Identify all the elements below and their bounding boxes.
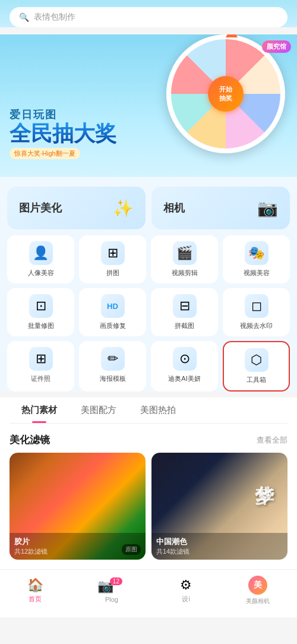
plog-row: 📷 12 — [97, 579, 126, 594]
banner: 爱日玩图 全民抽大奖 惊喜大奖·High翻一夏 开始 抽奖 颜究馆 — [0, 34, 297, 177]
card-remove-watermark[interactable]: ◻ 视频去水印 — [223, 288, 290, 336]
tab-hot-shoot[interactable]: 美图热拍 — [128, 397, 188, 423]
big-card-grid: 图片美化 ✨ 相机 📷 — [7, 187, 290, 229]
card-video-edit[interactable]: 🎬 视频剪辑 — [151, 235, 218, 283]
nav-home-label: 首页 — [29, 595, 42, 604]
card-toolbox[interactable]: ⬡ 工具箱 — [223, 341, 290, 392]
home-icon: 🏠 — [27, 577, 43, 593]
search-bar[interactable]: 🔍 表情包制作 — [10, 7, 287, 27]
search-icon: 🔍 — [19, 12, 29, 22]
video-edit-icon: 🎬 — [173, 241, 197, 265]
small-grid-row1: 👤 人像美容 ⊞ 拼图 🎬 视频剪辑 🎭 视频美容 — [7, 235, 290, 283]
tab-hot-shoot-label: 美图热拍 — [140, 405, 176, 415]
poster-template-label: 海报模板 — [100, 374, 126, 383]
tabs-row: 热门素材 美图配方 美图热拍 — [10, 397, 287, 424]
big-card-camera-label: 相机 — [163, 201, 185, 215]
big-card-camera[interactable]: 相机 📷 — [151, 187, 290, 229]
settings-icon: ⚙ — [180, 577, 192, 593]
screenshot-collage-label: 拼截图 — [175, 321, 194, 330]
hd-repair-icon: HD — [101, 294, 125, 318]
main-content: 图片美化 ✨ 相机 📷 👤 人像美容 ⊞ 拼图 🎬 视频剪辑 🎭 视频美容 ⊡ — [0, 177, 297, 392]
spin-wheel-container[interactable]: 开始 抽奖 — [166, 34, 297, 165]
banner-top-text: 爱日玩图 — [10, 108, 116, 122]
filter-card-leaves[interactable]: 原图 胶片 共12款滤镜 — [10, 453, 146, 560]
filter-grid: 原图 胶片 共12款滤镜 梦华 中国潮色 共14款滤镜 — [0, 453, 297, 569]
filters-section-title: 美化滤镜 — [10, 433, 50, 447]
nav-plog[interactable]: 📷 12 Plog — [97, 579, 126, 603]
id-photo-icon: ⊞ — [29, 347, 53, 371]
remove-watermark-icon: ◻ — [245, 294, 268, 318]
filter-count-portrait: 共14款滤镜 — [156, 547, 283, 556]
card-collage[interactable]: ⊞ 拼图 — [79, 235, 146, 283]
portrait-beauty-icon: 👤 — [29, 241, 53, 265]
poster-template-icon: ✏ — [101, 347, 125, 371]
beautify-icon: ✨ — [113, 198, 134, 218]
hd-repair-label: 画质修复 — [100, 321, 126, 330]
search-placeholder: 表情包制作 — [34, 12, 75, 23]
toolbox-icon: ⬡ — [245, 348, 268, 372]
filter-tag-portrait: 中国潮色 共14款滤镜 — [151, 533, 287, 560]
logo-circle: 美 — [248, 576, 267, 595]
nav-settings[interactable]: ⚙ 设i — [180, 577, 192, 604]
app-logo[interactable]: 美 美颜相机 — [246, 576, 270, 605]
tab-hot-material[interactable]: 热门素材 — [10, 397, 69, 423]
camera-icon: 📷 — [257, 198, 278, 218]
video-edit-label: 视频剪辑 — [172, 269, 198, 277]
filter-tag-leaves: 胶片 共12款滤镜 — [10, 533, 146, 560]
card-batch-edit[interactable]: ⊡ 批量修图 — [7, 288, 74, 336]
spin-center-line2: 抽奖 — [219, 94, 232, 103]
id-photo-label: 证件照 — [31, 374, 50, 383]
video-beauty-icon: 🎭 — [245, 241, 268, 265]
video-beauty-label: 视频美容 — [244, 269, 270, 277]
card-id-photo[interactable]: ⊞ 证件照 — [7, 341, 74, 392]
tabs-section: 热门素材 美图配方 美图热拍 — [0, 397, 297, 424]
big-card-beautify-label: 图片美化 — [19, 201, 62, 215]
screenshot-collage-icon: ⊟ — [173, 294, 197, 318]
nav-home[interactable]: 🏠 首页 — [27, 577, 43, 604]
filter-name-portrait: 中国潮色 — [156, 536, 283, 547]
banner-subtitle: 惊喜大奖·High翻一夏 — [10, 148, 80, 159]
spin-arrow — [226, 34, 238, 37]
filter-card-portrait[interactable]: 梦华 中国潮色 共14款滤镜 — [151, 453, 287, 560]
toolbox-label: 工具箱 — [247, 375, 266, 384]
card-dior-ai[interactable]: ⊙ 迪奥AI美妍 — [151, 341, 218, 392]
card-poster-template[interactable]: ✏ 海报模板 — [79, 341, 146, 392]
card-portrait-beauty[interactable]: 👤 人像美容 — [7, 235, 74, 283]
big-card-beautify[interactable]: 图片美化 ✨ — [7, 187, 146, 229]
bottom-nav: 🏠 首页 📷 12 Plog ⚙ 设i 美 美颜相机 — [0, 569, 297, 617]
collage-label: 拼图 — [106, 269, 119, 277]
dior-ai-label: 迪奥AI美妍 — [168, 374, 200, 383]
header: 🔍 表情包制作 — [0, 0, 297, 27]
nav-settings-label: 设i — [182, 595, 189, 604]
spin-center-line1: 开始 — [219, 85, 232, 94]
collage-icon: ⊞ — [101, 241, 125, 265]
batch-edit-label: 批量修图 — [28, 321, 54, 330]
tab-hot-material-label: 热门素材 — [21, 405, 57, 415]
tab-recipe[interactable]: 美图配方 — [69, 397, 128, 423]
yan-badge[interactable]: 颜究馆 — [262, 40, 291, 53]
filter-count-leaves: 共12款滤镜 — [14, 547, 141, 556]
nav-plog-label: Plog — [105, 596, 118, 603]
spin-center-button[interactable]: 开始 抽奖 — [208, 76, 244, 112]
filter-name-leaves: 胶片 — [14, 536, 141, 547]
plog-badge: 12 — [110, 577, 122, 585]
card-screenshot-collage[interactable]: ⊟ 拼截图 — [151, 288, 218, 336]
filters-section-header: 美化滤镜 查看全部 — [0, 424, 297, 453]
portrait-beauty-label: 人像美容 — [28, 269, 54, 277]
banner-main-text: 全民抽大奖 — [10, 122, 116, 146]
batch-edit-icon: ⊡ — [29, 294, 53, 318]
small-grid-row2: ⊡ 批量修图 HD 画质修复 ⊟ 拼截图 ◻ 视频去水印 — [7, 288, 290, 336]
remove-watermark-label: 视频去水印 — [240, 321, 273, 330]
logo-text: 美颜相机 — [246, 597, 270, 605]
banner-text: 爱日玩图 全民抽大奖 惊喜大奖·High翻一夏 — [0, 102, 126, 165]
tab-recipe-label: 美图配方 — [81, 405, 116, 415]
dior-ai-icon: ⊙ — [173, 347, 197, 371]
card-hd-repair[interactable]: HD 画质修复 — [79, 288, 146, 336]
card-video-beauty[interactable]: 🎭 视频美容 — [223, 235, 290, 283]
small-grid-row3: ⊞ 证件照 ✏ 海报模板 ⊙ 迪奥AI美妍 ⬡ 工具箱 — [7, 341, 290, 392]
filters-section-more[interactable]: 查看全部 — [257, 435, 287, 446]
